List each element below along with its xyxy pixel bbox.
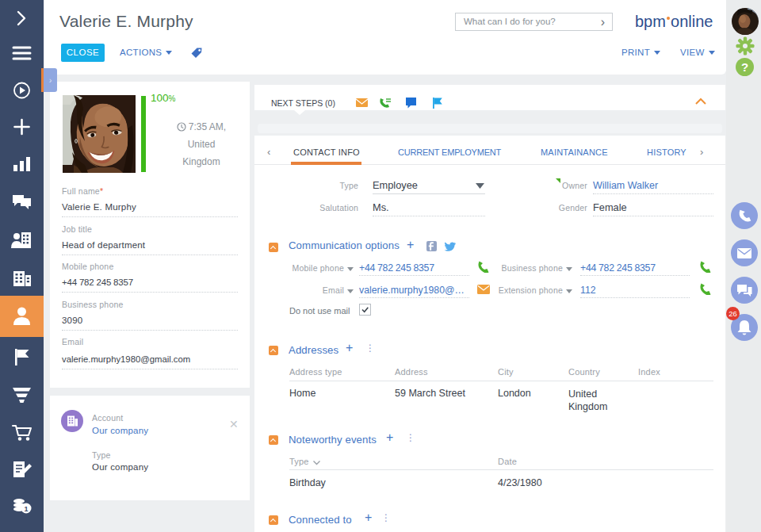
svg-text:1: 1: [24, 505, 28, 513]
